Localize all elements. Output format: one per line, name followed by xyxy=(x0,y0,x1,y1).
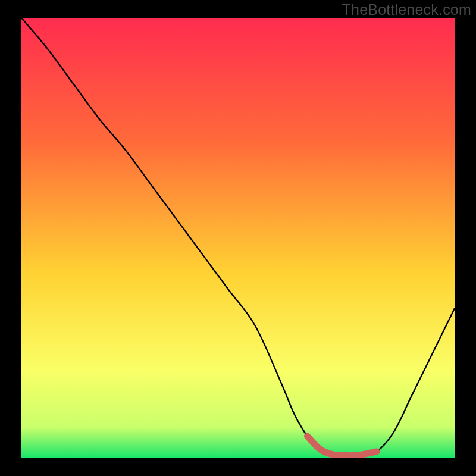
chart-background xyxy=(21,18,455,458)
chart-area xyxy=(21,18,455,458)
page-frame: TheBottleneck.com xyxy=(0,0,476,476)
chart-svg xyxy=(21,18,455,458)
watermark-text: TheBottleneck.com xyxy=(342,1,471,18)
